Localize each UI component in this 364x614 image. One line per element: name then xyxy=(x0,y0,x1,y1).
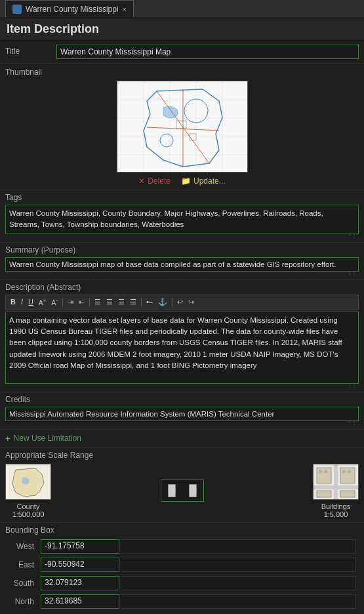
scale-range-section: Appropriate Scale Range County 1:500,000 xyxy=(0,448,364,523)
south-fill xyxy=(121,576,356,590)
county-scale-caption: County 1:500,000 xyxy=(12,502,45,518)
buildings-label: Buildings xyxy=(321,502,351,510)
italic-button[interactable]: I xyxy=(19,297,25,308)
plus-icon: + xyxy=(5,434,10,443)
county-scale-value: 1:500,000 xyxy=(12,510,45,518)
redo-button[interactable]: ↪ xyxy=(186,297,196,308)
align-left-button[interactable]: ☰ xyxy=(92,297,103,308)
credits-label: Credits xyxy=(5,395,359,404)
resize-handle[interactable]: ⋮⋮ xyxy=(347,234,356,238)
south-input[interactable]: 32.079123 xyxy=(41,576,119,590)
content-area: Title Warren County Mississippi Map Thum… xyxy=(0,41,364,614)
description-label: Description (Abstract) xyxy=(5,283,359,292)
svg-rect-27 xyxy=(324,470,327,473)
resize-handle-credits[interactable]: ⋮⋮ xyxy=(347,421,356,425)
bbox-east-row: East -90.550942 xyxy=(5,556,359,574)
buildings-scale-value: 1:5,000 xyxy=(324,510,348,518)
thumbnail-label: Thumbnail xyxy=(5,68,359,77)
align-center-button[interactable]: ☰ xyxy=(104,297,115,308)
bounding-box-label: Bounding Box xyxy=(5,525,359,535)
north-fill xyxy=(121,594,356,609)
thumbnail-section: Thumbnail xyxy=(0,64,364,190)
slider-handle-right[interactable] xyxy=(189,484,197,497)
toolbar-sep-4 xyxy=(172,298,172,307)
north-input[interactable]: 32.619685 xyxy=(41,594,119,609)
toolbar-sep-2 xyxy=(89,298,90,307)
west-fill xyxy=(121,539,356,554)
new-use-limitation-button[interactable]: + New Use Limitation xyxy=(0,430,364,448)
section-title: Item Description xyxy=(0,18,364,41)
toolbar-sep-1 xyxy=(62,298,63,307)
description-input[interactable]: A map containing vector data set layers … xyxy=(5,312,359,384)
county-scale-thumb: County 1:500,000 xyxy=(5,464,51,518)
svg-rect-29 xyxy=(348,470,351,473)
credits-input[interactable]: Mississippi Automated Resource Informati… xyxy=(5,407,359,421)
bounding-box-table: West -91.175758 East -90.550942 xyxy=(5,537,359,611)
tab-item[interactable]: Warren County Mississippi × xyxy=(5,0,134,18)
tags-section: Tags Warren County Mississippi, County B… xyxy=(0,190,364,243)
north-label: North xyxy=(5,592,38,611)
delete-button[interactable]: ✕ Delete xyxy=(138,176,171,186)
tags-label: Tags xyxy=(5,193,359,202)
align-right-button[interactable]: ☰ xyxy=(116,297,127,308)
east-input[interactable]: -90.550942 xyxy=(41,558,119,572)
bold-button[interactable]: B xyxy=(9,297,18,308)
bbox-west-row: West -91.175758 xyxy=(5,537,359,556)
increase-font-button[interactable]: A+ xyxy=(37,297,49,308)
summary-section: Summary (Purpose) Warren County Mississi… xyxy=(0,243,364,280)
buildings-scale-image xyxy=(313,464,359,500)
bullet-button[interactable]: •– xyxy=(144,297,155,308)
link-button[interactable]: ⚓ xyxy=(156,297,169,308)
bbox-south-row: South 32.079123 xyxy=(5,574,359,592)
buildings-scale-thumb: Buildings 1:5,000 xyxy=(313,464,359,518)
delete-icon: ✕ xyxy=(138,176,145,186)
scale-slider-container xyxy=(56,480,308,502)
county-scale-image xyxy=(5,464,51,500)
summary-input[interactable]: Warren County Mississippi map of base da… xyxy=(5,257,359,272)
svg-rect-24 xyxy=(317,491,331,497)
close-icon[interactable]: × xyxy=(123,5,127,13)
west-label: West xyxy=(5,537,38,556)
summary-label: Summary (Purpose) xyxy=(5,245,359,255)
tab-icon xyxy=(12,5,22,14)
decrease-font-button[interactable]: A- xyxy=(50,297,60,308)
new-use-limitation-label: New Use Limitation xyxy=(14,434,81,443)
svg-rect-28 xyxy=(342,470,346,473)
resize-handle-desc[interactable]: ⋮⋮ xyxy=(347,384,356,388)
description-toolbar: B I U A+ A- ⇥ ⇤ ☰ ☰ ☰ ☰ •– ⚓ ↩ ↪ xyxy=(5,295,359,310)
underline-button[interactable]: U xyxy=(26,297,35,308)
slider-handle-left[interactable] xyxy=(168,484,176,497)
title-row: Title Warren County Mississippi Map xyxy=(0,41,364,64)
undo-button[interactable]: ↩ xyxy=(175,297,185,308)
justify-button[interactable]: ☰ xyxy=(128,297,138,308)
tab-label: Warren County Mississippi xyxy=(26,5,119,14)
thumbnail-container: ✕ Delete 📁 Update... xyxy=(5,81,359,186)
scale-row: County 1:500,000 xyxy=(5,464,359,518)
east-fill xyxy=(121,558,356,572)
bbox-north-row: North 32.619685 xyxy=(5,592,359,611)
thumbnail-actions: ✕ Delete 📁 Update... xyxy=(138,176,225,186)
credits-section: Credits Mississippi Automated Resource I… xyxy=(0,392,364,430)
svg-rect-26 xyxy=(319,470,322,473)
svg-rect-25 xyxy=(340,491,355,497)
west-input[interactable]: -91.175758 xyxy=(41,539,119,554)
south-label: South xyxy=(5,574,38,592)
title-label: Title xyxy=(5,45,51,56)
county-label: County xyxy=(17,502,40,510)
scale-range-label: Appropriate Scale Range xyxy=(5,451,359,460)
tags-input[interactable]: Warren County Mississippi, County Bounda… xyxy=(5,205,359,234)
scale-slider-box[interactable] xyxy=(161,480,204,502)
description-section: Description (Abstract) B I U A+ A- ⇥ ⇤ ☰… xyxy=(0,280,364,392)
east-label: East xyxy=(5,556,38,574)
title-input[interactable]: Warren County Mississippi Map xyxy=(56,45,359,59)
delete-label: Delete xyxy=(148,176,171,186)
buildings-scale-caption: Buildings 1:5,000 xyxy=(321,502,351,518)
update-button[interactable]: 📁 Update... xyxy=(181,176,226,186)
toolbar-sep-3 xyxy=(141,298,142,307)
folder-icon: 📁 xyxy=(181,176,191,186)
indent-button[interactable]: ⇥ xyxy=(66,297,75,308)
resize-handle-summary[interactable]: ⋮⋮ xyxy=(347,272,356,276)
outdent-button[interactable]: ⇤ xyxy=(77,297,87,308)
thumbnail-image xyxy=(117,81,248,173)
bounding-box-section: Bounding Box West -91.175758 East -90.55… xyxy=(0,523,364,614)
